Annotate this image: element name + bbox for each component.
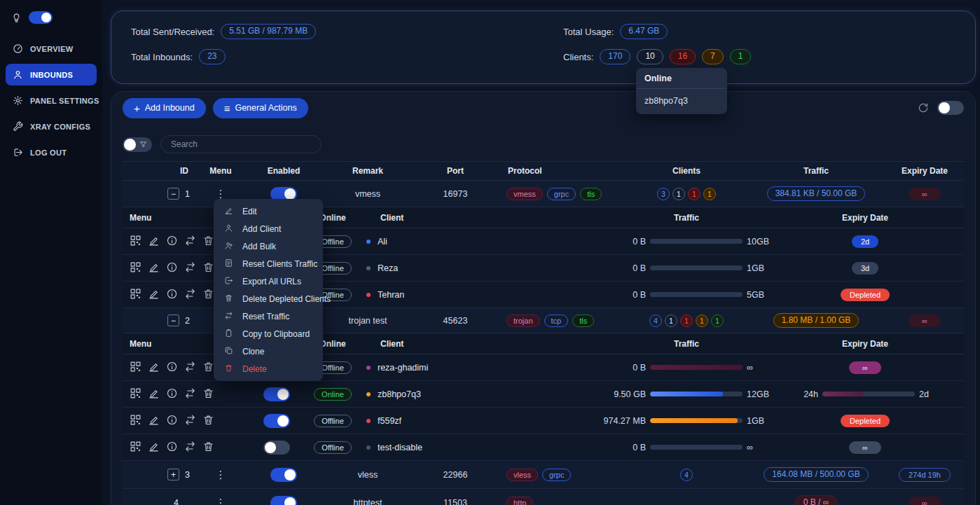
row-menu-icon[interactable]: ⋮ (216, 469, 226, 480)
row-menu-icon[interactable]: ⋮ (216, 497, 226, 505)
trash-icon[interactable] (202, 261, 214, 275)
qr-code-icon[interactable] (130, 414, 142, 428)
edit-icon[interactable] (148, 441, 160, 455)
info-icon[interactable] (166, 387, 178, 401)
header-expiry: Expiry Date (893, 166, 956, 176)
clients-count-gray[interactable]: 10 (637, 49, 663, 64)
client-dot (366, 419, 371, 423)
menu-item-delete[interactable]: Delete (214, 360, 323, 378)
online-status-badge: Offline (314, 441, 352, 454)
edit-icon[interactable] (148, 387, 160, 401)
trash-icon[interactable] (202, 414, 214, 428)
inbound-row-4[interactable]: 4 ⋮ httptest 11503 http 0 B / ∞ ∞ (123, 489, 964, 505)
reset-traffic-icon[interactable] (184, 235, 196, 249)
trash-sweep-icon (224, 293, 233, 305)
info-icon[interactable] (166, 261, 178, 275)
client-row-f559zf: Offline f559zf 974.27 MB 1GB Depleted (123, 408, 964, 434)
table-header: ID Menu Enabled Remark Port Protocol Cli… (123, 161, 964, 181)
client-name-cell: zb8hpo7q3 (361, 389, 599, 399)
clients-label: Clients: (563, 52, 593, 62)
general-actions-button[interactable]: ≡ General Actions (213, 98, 308, 118)
collapse-icon[interactable]: − (167, 188, 179, 200)
protocol-badge: vmess (506, 188, 543, 200)
stats-right-column: Total Usage: 6.47 GB Clients: 170 10 16 … (563, 22, 751, 66)
reset-traffic-icon[interactable] (184, 387, 196, 401)
qr-code-icon[interactable] (130, 261, 142, 275)
row-menu-icon[interactable]: ⋮ (216, 188, 226, 199)
reset-traffic-icon[interactable] (184, 288, 196, 302)
trash-icon[interactable] (202, 235, 214, 249)
menu-item-add-bulk[interactable]: Add Bulk (214, 237, 323, 255)
menu-item-clone[interactable]: Clone (214, 343, 323, 360)
edit-icon[interactable] (148, 288, 160, 302)
sidebar-item-panel-settings[interactable]: PANEL SETTINGS (6, 90, 97, 111)
sidebar-item-logout[interactable]: LOG OUT (6, 141, 97, 163)
client-expiry-badge: 2d (852, 235, 878, 248)
menu-item-add-client[interactable]: Add Client (214, 220, 323, 237)
clients-count-expiring[interactable]: 7 (702, 49, 724, 64)
info-icon[interactable] (166, 441, 178, 455)
auto-refresh-toggle[interactable] (937, 101, 964, 115)
client-enabled-toggle[interactable] (263, 414, 290, 428)
document-reset-icon (224, 258, 233, 270)
menu-item-reset-traffic[interactable]: Reset Traffic (214, 307, 323, 325)
info-icon[interactable] (166, 361, 178, 375)
enabled-toggle[interactable] (270, 496, 297, 505)
inbound-row-3[interactable]: + 3 ⋮ vless 22966 vless grpc 4 164.08 MB… (123, 461, 964, 489)
menu-item-reset-clients-traffic[interactable]: Reset Clients Traffic (214, 255, 323, 272)
search-row (123, 135, 964, 153)
client-traffic: 9.50 GB 12GB (599, 389, 774, 399)
client-enabled-toggle[interactable] (263, 387, 290, 401)
inbound-id: 2 (185, 316, 190, 326)
theme-switch-row (6, 8, 97, 27)
filter-toggle[interactable] (123, 137, 152, 152)
edit-icon[interactable] (148, 361, 160, 375)
qr-code-icon[interactable] (130, 441, 142, 455)
count-badge: 4 (680, 469, 693, 481)
protocol-badge: vless (506, 469, 538, 481)
reset-traffic-icon[interactable] (184, 441, 196, 455)
inbound-port: 16973 (410, 189, 501, 199)
trash-icon[interactable] (202, 288, 214, 302)
qr-code-icon[interactable] (130, 387, 142, 401)
stats-left-column: Total Sent/Received: 5.51 GB / 987.79 MB… (131, 22, 316, 66)
sidebar-item-xray-configs[interactable]: XRAY CONFIGS (6, 116, 97, 137)
trash-icon[interactable] (202, 441, 214, 455)
client-name: Reza (378, 263, 398, 273)
theme-toggle[interactable] (29, 11, 53, 24)
filter-icon (139, 141, 147, 148)
clients-count-total[interactable]: 170 (600, 49, 630, 64)
qr-code-icon[interactable] (130, 288, 142, 302)
add-inbound-button[interactable]: + Add Inbound (123, 98, 206, 118)
edit-icon[interactable] (148, 261, 160, 275)
qr-code-icon[interactable] (130, 235, 142, 249)
info-icon[interactable] (166, 235, 178, 249)
refresh-icon[interactable] (918, 102, 929, 113)
edit-icon[interactable] (148, 235, 160, 249)
menu-item-delete-depleted-clients[interactable]: Delete Depleted Clients (214, 290, 323, 307)
edit-icon[interactable] (148, 414, 160, 428)
info-icon[interactable] (166, 288, 178, 302)
trash-icon[interactable] (202, 387, 214, 401)
menu-item-export-all-urls[interactable]: Export All URLs (214, 272, 323, 290)
trash-icon[interactable] (202, 361, 214, 375)
reset-traffic-icon[interactable] (184, 414, 196, 428)
sidebar-item-overview[interactable]: OVERVIEW (6, 38, 97, 60)
reset-traffic-icon[interactable] (184, 361, 196, 375)
sidebar-item-inbounds[interactable]: INBOUNDS (6, 64, 97, 85)
menu-item-edit[interactable]: Edit (214, 202, 323, 220)
user-plus-icon (224, 241, 233, 252)
clients-count-depleted[interactable]: 16 (670, 49, 696, 64)
enabled-toggle[interactable] (270, 468, 297, 482)
collapse-icon[interactable]: − (167, 314, 179, 326)
header-id: ID (123, 166, 200, 176)
expiry-start: 24h (797, 389, 818, 399)
search-input[interactable] (160, 135, 322, 153)
expand-icon[interactable]: + (167, 469, 179, 480)
client-enabled-toggle[interactable] (263, 441, 290, 455)
info-icon[interactable] (166, 414, 178, 428)
reset-traffic-icon[interactable] (184, 261, 196, 275)
clients-count-online[interactable]: 1 (730, 49, 752, 64)
menu-item-copy-to-clipboard[interactable]: Copy to Clipboard (214, 325, 323, 343)
qr-code-icon[interactable] (130, 361, 142, 375)
